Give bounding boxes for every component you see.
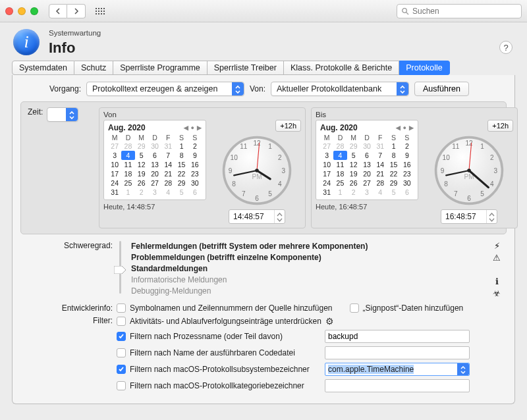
von-source-value: Aktueller Protokolldatenbank bbox=[277, 84, 381, 93]
lightning-icon: ⚡︎ bbox=[494, 241, 500, 251]
symbolnames-checkbox[interactable] bbox=[117, 303, 126, 313]
tab-sperrliste-treiber[interactable]: Sperrliste Treiber bbox=[208, 61, 284, 75]
vorgang-label: Vorgang: bbox=[20, 84, 81, 93]
tab-klass-protokolle[interactable]: Klass. Protokolle & Berichte bbox=[284, 61, 399, 75]
run-button[interactable]: Ausführen bbox=[414, 82, 469, 96]
filter-subsystem-combo[interactable]: com.apple.TimeMachine bbox=[325, 363, 470, 376]
calendar-to-nav[interactable]: ◀●▶ bbox=[396, 124, 414, 131]
forward-button[interactable] bbox=[67, 4, 86, 18]
calendar-from[interactable]: Aug. 2020 ◀●▶ MDMDFSS2728293031123456789… bbox=[103, 120, 206, 200]
time-to-title: Bis bbox=[316, 111, 513, 118]
tab-protokolle[interactable]: Protokolle bbox=[399, 61, 450, 75]
severity-slider[interactable] bbox=[117, 241, 123, 294]
zeit-select[interactable] bbox=[47, 107, 78, 122]
filter-label: Filter: bbox=[20, 316, 113, 325]
back-button[interactable] bbox=[49, 4, 67, 18]
filter-exec-checkbox[interactable] bbox=[117, 348, 126, 357]
search-field[interactable] bbox=[397, 4, 522, 18]
svg-text:4: 4 bbox=[490, 180, 494, 188]
filter-category-input[interactable] bbox=[325, 379, 470, 392]
calendar-to[interactable]: Aug. 2020 ◀●▶ MDMDFSS2728293031123456789… bbox=[316, 120, 418, 200]
svg-text:8: 8 bbox=[232, 180, 236, 188]
filter-subsystem-value: com.apple.TimeMachine bbox=[328, 365, 414, 374]
tab-sperrliste-programme[interactable]: Sperrliste Programme bbox=[113, 61, 208, 75]
svg-text:10: 10 bbox=[231, 154, 238, 161]
svg-text:10: 10 bbox=[443, 154, 451, 161]
help-button[interactable]: ? bbox=[499, 41, 513, 54]
zoom-window-button[interactable] bbox=[30, 7, 38, 15]
show-all-prefs-button[interactable] bbox=[91, 4, 109, 18]
header-subtitle: Systemwartung bbox=[49, 29, 101, 37]
filter-subsystem-label: Filtern nach macOS-Protokollsubsystembez… bbox=[130, 365, 321, 374]
bug-icon: ☣︎ bbox=[493, 288, 501, 298]
severity-label: Schweregrad: bbox=[20, 241, 113, 298]
time-to-today: Heute, 16:48:57 bbox=[316, 203, 418, 211]
signpost-checkbox[interactable] bbox=[350, 303, 359, 313]
filter-category-label: Filtern nach macOS-Protokollkategoriebez… bbox=[130, 381, 321, 390]
filter-category-checkbox[interactable] bbox=[117, 381, 126, 390]
svg-text:2: 2 bbox=[490, 154, 494, 161]
svg-text:6: 6 bbox=[255, 195, 259, 202]
vorgang-select[interactable]: Protokolltext erzeugen & anzeigen bbox=[86, 82, 244, 96]
minimize-window-button[interactable] bbox=[18, 7, 26, 15]
warning-icon: ⚠︎ bbox=[493, 253, 501, 263]
svg-text:PM: PM bbox=[252, 173, 262, 180]
search-icon bbox=[401, 7, 409, 15]
search-input[interactable] bbox=[412, 7, 517, 16]
svg-point-0 bbox=[402, 8, 407, 13]
gear-icon[interactable]: ⚙︎ bbox=[325, 316, 334, 327]
symbolnames-label: Symbolnamen und Zeilennummern der Quelle… bbox=[130, 303, 333, 313]
svg-text:2: 2 bbox=[278, 154, 282, 161]
clock-from[interactable]: 12369 1245 781011 PM bbox=[221, 134, 293, 207]
svg-text:5: 5 bbox=[480, 190, 484, 197]
info-severity-icon: ℹ︎ bbox=[495, 276, 499, 286]
svg-point-37 bbox=[467, 169, 471, 172]
svg-text:1: 1 bbox=[480, 143, 484, 150]
clock-to[interactable]: 12369 1245 781011 PM bbox=[433, 134, 505, 207]
close-window-button[interactable] bbox=[5, 7, 13, 15]
info-icon: i bbox=[13, 29, 40, 55]
svg-text:5: 5 bbox=[268, 190, 272, 197]
calendar-from-month: Aug. 2020 bbox=[108, 123, 146, 132]
plus12h-to-button[interactable]: +12h bbox=[487, 120, 513, 132]
svg-text:9: 9 bbox=[229, 167, 233, 174]
svg-text:12: 12 bbox=[465, 140, 473, 147]
svg-text:7: 7 bbox=[242, 190, 246, 197]
time-to-field[interactable]: 16:48:57 bbox=[441, 209, 497, 224]
calendar-from-nav[interactable]: ◀●▶ bbox=[184, 124, 202, 131]
nav-buttons bbox=[49, 4, 86, 18]
svg-line-1 bbox=[406, 12, 408, 14]
tab-bar: Systemdaten Schutz Sperrliste Programme … bbox=[12, 61, 515, 75]
filter-exec-label: Filtern nach Name der ausführbaren Coded… bbox=[130, 348, 321, 357]
svg-text:12: 12 bbox=[253, 140, 261, 147]
plus12h-from-button[interactable]: +12h bbox=[275, 120, 301, 132]
filter-process-checkbox[interactable] bbox=[117, 332, 126, 341]
svg-text:8: 8 bbox=[444, 180, 448, 188]
time-from-field[interactable]: 14:48:57 bbox=[229, 209, 285, 224]
tab-systemdaten[interactable]: Systemdaten bbox=[12, 61, 74, 75]
svg-text:7: 7 bbox=[454, 190, 458, 197]
filter-subsystem-checkbox[interactable] bbox=[117, 365, 126, 374]
tab-schutz[interactable]: Schutz bbox=[74, 61, 113, 75]
filter-process-label: Filtern nach Prozessname (oder Teil davo… bbox=[130, 332, 321, 341]
calendar-to-month: Aug. 2020 bbox=[320, 123, 358, 132]
devinfo-label: Entwicklerinfo: bbox=[20, 303, 113, 313]
svg-text:9: 9 bbox=[441, 167, 445, 174]
suppress-activity-label: Aktivitäts- und Ablaufverfolgungseinträg… bbox=[130, 317, 321, 326]
svg-text:6: 6 bbox=[467, 195, 471, 202]
time-from-panel: Von Aug. 2020 ◀●▶ MDMDFSS272829303112345… bbox=[99, 107, 306, 228]
content-panel: Vorgang: Protokolltext erzeugen & anzeig… bbox=[12, 75, 515, 404]
svg-text:11: 11 bbox=[240, 143, 248, 150]
von-source-label: Von: bbox=[250, 84, 265, 93]
severity-list: Fehlermeldungen (betrifft System oder me… bbox=[131, 241, 483, 298]
svg-text:3: 3 bbox=[494, 167, 498, 174]
suppress-activity-checkbox[interactable] bbox=[117, 317, 126, 326]
time-from-today: Heute, 14:48:57 bbox=[103, 203, 206, 211]
traffic-lights bbox=[5, 7, 38, 15]
window-titlebar bbox=[0, 0, 527, 22]
time-range-panel: Zeit: Von Aug. 2020 ◀●▶ MDMDFSS272829303… bbox=[20, 101, 507, 234]
filter-exec-input[interactable] bbox=[325, 346, 470, 359]
signpost-label: „Signpost“-Daten hinzufügen bbox=[363, 303, 464, 313]
filter-process-input[interactable] bbox=[325, 330, 470, 343]
von-source-select[interactable]: Aktueller Protokolldatenbank bbox=[271, 82, 409, 96]
